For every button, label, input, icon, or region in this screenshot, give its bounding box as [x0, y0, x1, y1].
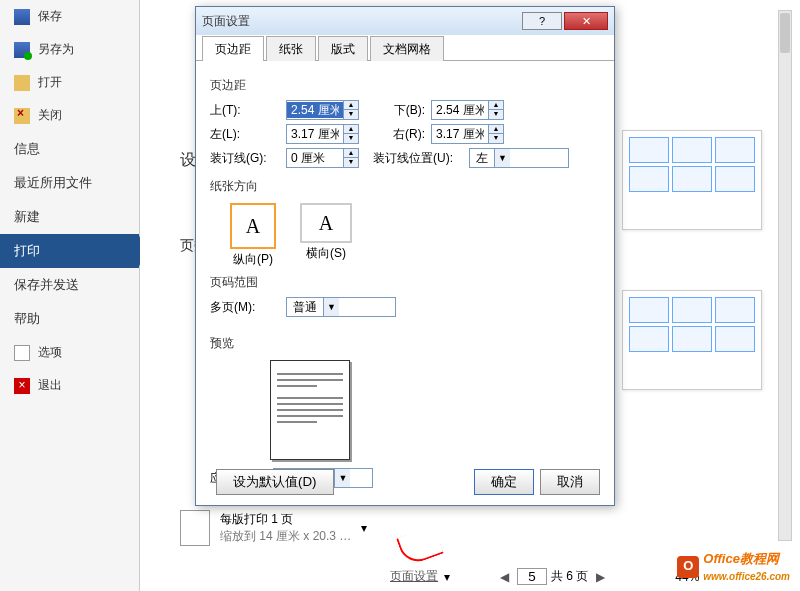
exit-icon: ×	[14, 378, 30, 394]
gutter-label: 装订线(G):	[210, 150, 280, 167]
set-default-button[interactable]: 设为默认值(D)	[216, 469, 334, 495]
dialog-titlebar[interactable]: 页面设置 ? ✕	[196, 7, 614, 35]
sidebar-save-as[interactable]: 另存为	[0, 33, 139, 66]
gutter-pos-label: 装订线位置(U):	[373, 150, 463, 167]
gutter-pos-dropdown[interactable]: 左▼	[469, 148, 569, 168]
bottom-margin-input[interactable]: ▲▼	[431, 100, 504, 120]
open-icon	[14, 75, 30, 91]
pages-per-sheet[interactable]: 每版打印 1 页 缩放到 14 厘米 x 20.3 … ▾	[180, 510, 367, 546]
watermark-url: www.office26.com	[703, 571, 790, 582]
page-setup-link[interactable]: 页面设置	[390, 568, 438, 585]
spin-up-icon[interactable]: ▲	[344, 149, 358, 158]
prev-page-button[interactable]: ◀	[496, 570, 513, 584]
watermark: O Office教程网 www.office26.com	[677, 550, 790, 583]
sidebar-exit[interactable]: ×退出	[0, 369, 139, 402]
sidebar-save[interactable]: 保存	[0, 0, 139, 33]
sidebar-new[interactable]: 新建	[0, 200, 139, 234]
scroll-thumb[interactable]	[780, 13, 790, 53]
dropdown-arrow-icon[interactable]: ▼	[323, 298, 339, 316]
next-page-button[interactable]: ▶	[592, 570, 609, 584]
dialog-tabs: 页边距 纸张 版式 文档网格	[196, 35, 614, 61]
orientation-portrait[interactable]: A 纵向(P)	[230, 203, 276, 268]
landscape-label: 横向(S)	[300, 245, 352, 262]
tab-layout[interactable]: 版式	[318, 36, 368, 61]
sidebar-help[interactable]: 帮助	[0, 302, 139, 336]
dropdown-arrow-icon[interactable]: ▾	[361, 521, 367, 535]
spin-up-icon[interactable]: ▲	[489, 101, 503, 110]
top-margin-input[interactable]: ▲▼	[286, 100, 359, 120]
vertical-scrollbar[interactable]	[778, 10, 792, 541]
spin-down-icon[interactable]: ▼	[344, 158, 358, 167]
preview-page	[622, 130, 762, 230]
sidebar-recent[interactable]: 最近所用文件	[0, 166, 139, 200]
settings-heading: 设	[180, 150, 196, 171]
per-page-sub: 缩放到 14 厘米 x 20.3 …	[220, 528, 351, 545]
close-icon	[14, 108, 30, 124]
right-margin-input[interactable]: ▲▼	[431, 124, 504, 144]
per-page-title: 每版打印 1 页	[220, 511, 351, 528]
sidebar-label: 打印	[14, 242, 40, 260]
save-as-icon	[14, 42, 30, 58]
spin-up-icon[interactable]: ▲	[489, 125, 503, 134]
page-number-input[interactable]	[517, 568, 547, 585]
total-pages: 共 6 页	[551, 568, 588, 585]
left-margin-label: 左(L):	[210, 126, 280, 143]
dropdown-arrow-icon[interactable]: ▾	[444, 570, 450, 584]
dialog-title: 页面设置	[202, 13, 520, 30]
save-icon	[14, 9, 30, 25]
preview-section-title: 预览	[210, 335, 600, 352]
sidebar-label: 帮助	[14, 310, 40, 328]
spin-down-icon[interactable]: ▼	[489, 110, 503, 119]
right-margin-label: 右(R):	[385, 126, 425, 143]
watermark-logo-icon: O	[677, 556, 699, 578]
cancel-button[interactable]: 取消	[540, 469, 600, 495]
portrait-label: 纵向(P)	[230, 251, 276, 268]
landscape-icon: A	[300, 203, 352, 243]
spin-up-icon[interactable]: ▲	[344, 125, 358, 134]
status-bar: 页面设置 ▾ ◀ 共 6 页 ▶ 44%	[390, 568, 699, 585]
backstage-sidebar: 保存 另存为 打开 关闭 信息 最近所用文件 新建 打印 保存并发送 帮助 选项…	[0, 0, 140, 591]
spin-down-icon[interactable]: ▼	[344, 110, 358, 119]
sidebar-close[interactable]: 关闭	[0, 99, 139, 132]
close-button[interactable]: ✕	[564, 12, 608, 30]
tab-margins[interactable]: 页边距	[202, 36, 264, 61]
page-setup-dialog: 页面设置 ? ✕ 页边距 纸张 版式 文档网格 页边距 上(T): ▲▼ 下(B…	[195, 6, 615, 506]
help-button[interactable]: ?	[522, 12, 562, 30]
sidebar-label: 保存	[38, 8, 62, 25]
sidebar-label: 保存并发送	[14, 276, 79, 294]
dropdown-arrow-icon[interactable]: ▼	[494, 149, 510, 167]
ok-button[interactable]: 确定	[474, 469, 534, 495]
print-preview-pane	[622, 130, 772, 450]
sidebar-label: 另存为	[38, 41, 74, 58]
preview-page	[622, 290, 762, 390]
watermark-brand: Office教程网	[703, 551, 779, 566]
margins-section-title: 页边距	[210, 77, 600, 94]
bottom-margin-label: 下(B):	[385, 102, 425, 119]
tab-paper[interactable]: 纸张	[266, 36, 316, 61]
pagerange-section-title: 页码范围	[210, 274, 600, 291]
top-margin-label: 上(T):	[210, 102, 280, 119]
sidebar-info[interactable]: 信息	[0, 132, 139, 166]
orientation-landscape[interactable]: A 横向(S)	[300, 203, 352, 268]
sidebar-open[interactable]: 打开	[0, 66, 139, 99]
dialog-body: 页边距 上(T): ▲▼ 下(B): ▲▼ 左(L): ▲▼ 右(R): ▲▼ …	[196, 61, 614, 498]
preview-thumbnail	[270, 360, 350, 460]
sheet-icon	[180, 510, 210, 546]
sidebar-print[interactable]: 打印	[0, 234, 139, 268]
sidebar-options[interactable]: 选项	[0, 336, 139, 369]
sidebar-label: 新建	[14, 208, 40, 226]
tab-grid[interactable]: 文档网格	[370, 36, 444, 61]
dialog-footer: 设为默认值(D) 确定 取消	[210, 469, 600, 495]
spin-down-icon[interactable]: ▼	[344, 134, 358, 143]
spin-down-icon[interactable]: ▼	[489, 134, 503, 143]
left-margin-input[interactable]: ▲▼	[286, 124, 359, 144]
gutter-input[interactable]: ▲▼	[286, 148, 359, 168]
portrait-icon: A	[230, 203, 276, 249]
sidebar-save-send[interactable]: 保存并发送	[0, 268, 139, 302]
sidebar-label: 最近所用文件	[14, 174, 92, 192]
spin-up-icon[interactable]: ▲	[344, 101, 358, 110]
orientation-section-title: 纸张方向	[210, 178, 600, 195]
sidebar-label: 关闭	[38, 107, 62, 124]
multipage-dropdown[interactable]: 普通▼	[286, 297, 396, 317]
options-icon	[14, 345, 30, 361]
